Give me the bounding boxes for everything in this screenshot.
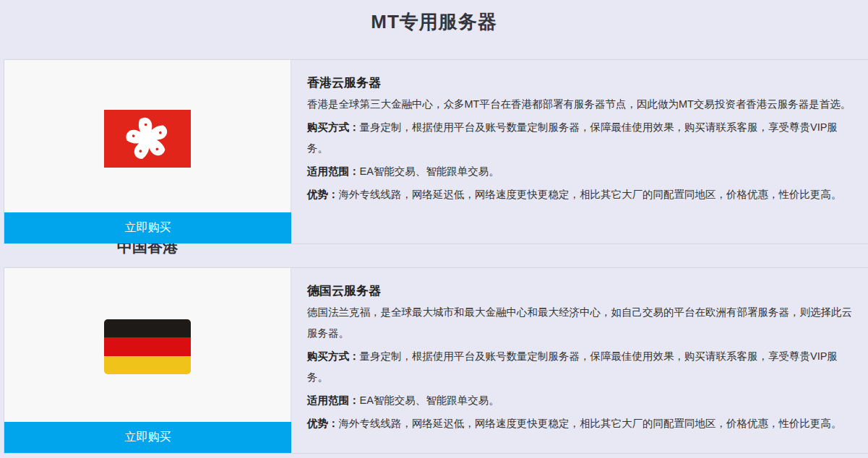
- line-label: 优势：: [307, 189, 339, 200]
- line-label: 购买方式：: [307, 121, 360, 133]
- card-text: 香港云服务器 香港是全球第三大金融中心，众多MT平台在香港都部署有服务器节点，因…: [292, 60, 868, 207]
- line-text: 海外专线线路，网络延迟低，网络速度更快更稳定，相比其它大厂的同配置同地区，价格优…: [339, 189, 842, 200]
- card-line-scope: 适用范围：EA智能交易、智能跟单交易。: [307, 390, 858, 411]
- server-card-hongkong: 中国香港 立即购买 香港云服务器 香港是全球第三大金融中心，众多MT平台在香港都…: [4, 59, 868, 244]
- card-heading: 香港云服务器: [307, 72, 858, 94]
- card-heading: 德国云服务器: [307, 280, 858, 302]
- line-label: 适用范围：: [307, 394, 360, 406]
- card-text: 德国云服务器 德国法兰克福，是全球最大城市和最大金融中心和最大经济中心，如自己交…: [292, 268, 868, 436]
- buy-now-button[interactable]: 立即购买: [4, 422, 291, 453]
- flag-box: [104, 319, 191, 374]
- line-text: EA智能交易、智能跟单交易。: [360, 165, 499, 177]
- card-line-purchase: 购买方式：量身定制，根据使用平台及账号数量定制服务器，保障最佳使用效果，购买请联…: [307, 346, 858, 388]
- line-text: 量身定制，根据使用平台及账号数量定制服务器，保障最佳使用效果，购买请联系客服，享…: [307, 121, 838, 154]
- card-description: 香港是全球第三大金融中心，众多MT平台在香港都部署有服务器节点，因此做为MT交易…: [307, 94, 858, 115]
- flag-panel: 德国法兰克福 立即购买: [4, 268, 291, 453]
- germany-flag-gold-stripe: [104, 356, 191, 374]
- hong-kong-flag: [104, 110, 191, 168]
- card-line-scope: 适用范围：EA智能交易、智能跟单交易。: [307, 161, 858, 182]
- line-label: 优势：: [307, 418, 339, 429]
- buy-now-button[interactable]: 立即购买: [4, 212, 291, 243]
- card-line-purchase: 购买方式：量身定制，根据使用平台及账号数量定制服务器，保障最佳使用效果，购买请联…: [307, 117, 858, 159]
- line-text: 海外专线线路，网络延迟低，网络速度更快更稳定，相比其它大厂的同配置同地区，价格优…: [339, 418, 842, 429]
- card-line-advantage: 优势：海外专线线路，网络延迟低，网络速度更快更稳定，相比其它大厂的同配置同地区，…: [307, 413, 858, 434]
- card-description: 德国法兰克福，是全球最大城市和最大金融中心和最大经济中心，如自己交易的平台在欧洲…: [307, 302, 858, 344]
- line-text: EA智能交易、智能跟单交易。: [360, 394, 499, 406]
- germany-flag: [104, 319, 191, 374]
- germany-flag-black-stripe: [104, 319, 191, 337]
- line-label: 购买方式：: [307, 350, 360, 362]
- flag-panel: 中国香港 立即购买: [4, 60, 291, 243]
- card-line-advantage: 优势：海外专线线路，网络延迟低，网络速度更快更稳定，相比其它大厂的同配置同地区，…: [307, 184, 858, 205]
- flag-box: [104, 110, 191, 168]
- line-label: 适用范围：: [307, 165, 360, 177]
- line-text: 量身定制，根据使用平台及账号数量定制服务器，保障最佳使用效果，购买请联系客服，享…: [307, 350, 838, 383]
- server-card-germany: 德国法兰克福 立即购买 德国云服务器 德国法兰克福，是全球最大城市和最大金融中心…: [4, 267, 868, 454]
- bauhinia-flower-icon: [119, 111, 176, 167]
- page-title: MT专用服务器: [0, 0, 868, 35]
- germany-flag-red-stripe: [104, 337, 191, 355]
